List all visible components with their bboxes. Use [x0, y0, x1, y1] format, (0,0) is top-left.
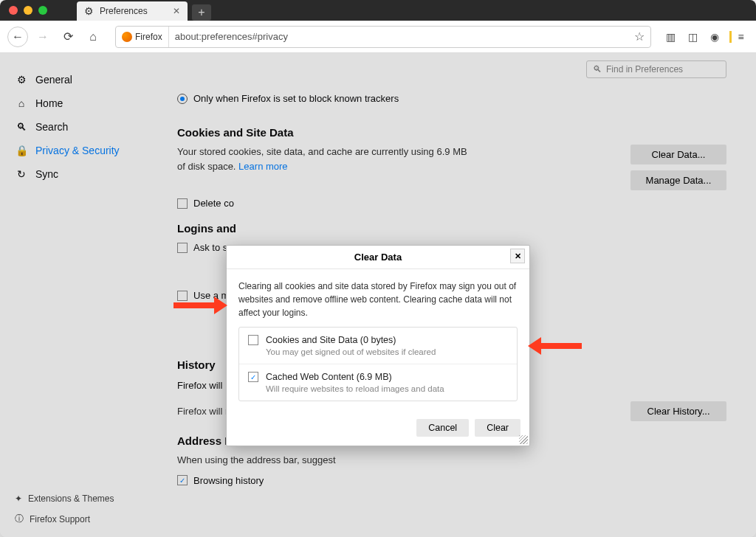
identity-badge[interactable]: Firefox — [116, 27, 169, 47]
gear-icon: ⚙ — [84, 5, 94, 17]
account-icon[interactable]: ◉ — [707, 31, 722, 43]
menu-hamburger-icon[interactable]: ≡ — [729, 31, 744, 43]
option-label: Cookies and Site Data (0 bytes) — [266, 335, 436, 345]
dialog-description: Clearing all cookies and site data store… — [238, 280, 518, 319]
cache-checkbox[interactable]: ✓ — [248, 372, 258, 382]
tab-title: Preferences — [100, 6, 148, 16]
clear-data-dialog: Clear Data ✕ Clearing all cookies and si… — [226, 245, 530, 446]
annotation-arrow-checkbox — [173, 297, 227, 314]
minimize-window-button[interactable] — [24, 6, 32, 15]
url-bar[interactable]: Firefox about:preferences#privacy ☆ — [115, 26, 651, 48]
identity-label: Firefox — [135, 32, 162, 42]
dialog-options: Cookies and Site Data (0 bytes) You may … — [238, 327, 518, 401]
back-button[interactable]: ← — [7, 27, 28, 47]
titlebar: ⚙ Preferences ✕ + — [0, 0, 756, 21]
toolbar: ← → ⟳ ⌂ Firefox about:preferences#privac… — [0, 21, 756, 53]
close-tab-icon[interactable]: ✕ — [173, 6, 180, 16]
annotation-arrow-clear — [528, 337, 582, 355]
maximize-window-button[interactable] — [38, 6, 47, 15]
firefox-icon — [122, 32, 132, 42]
home-button[interactable]: ⌂ — [83, 27, 103, 47]
toolbar-right: ▥ ◫ ◉ ≡ — [663, 31, 749, 43]
dialog-title-bar: Clear Data ✕ — [227, 246, 529, 269]
reload-button[interactable]: ⟳ — [58, 27, 78, 47]
library-icon[interactable]: ▥ — [663, 31, 678, 43]
browser-window: ⚙ Preferences ✕ + ← → ⟳ ⌂ Firefox about:… — [0, 0, 756, 537]
option-cache[interactable]: ✓ Cached Web Content (6.9 MB) Will requi… — [239, 364, 517, 401]
cancel-button[interactable]: Cancel — [416, 419, 469, 437]
tab-strip: ⚙ Preferences ✕ + — [77, 0, 211, 21]
forward-button[interactable]: → — [32, 27, 53, 47]
dialog-close-button[interactable]: ✕ — [510, 249, 525, 263]
window-controls — [0, 6, 47, 15]
clear-button[interactable]: Clear — [475, 419, 520, 437]
bookmark-star-icon[interactable]: ☆ — [628, 30, 650, 44]
close-window-button[interactable] — [9, 6, 18, 15]
cookies-checkbox[interactable] — [248, 335, 258, 345]
new-tab-button[interactable]: + — [192, 4, 211, 21]
url-text: about:preferences#privacy — [169, 31, 628, 42]
option-label: Cached Web Content (6.9 MB) — [266, 372, 444, 382]
resize-grip[interactable] — [519, 435, 528, 444]
option-cookies[interactable]: Cookies and Site Data (0 bytes) You may … — [239, 328, 517, 364]
option-sublabel: Will require websites to reload images a… — [266, 384, 444, 393]
sidebar-icon[interactable]: ◫ — [685, 31, 700, 43]
tab-preferences[interactable]: ⚙ Preferences ✕ — [77, 1, 188, 21]
dialog-title: Clear Data — [354, 252, 402, 263]
content: ⚙General ⌂Home 🔍︎Search 🔒Privacy & Secur… — [0, 53, 756, 537]
option-sublabel: You may get signed out of websites if cl… — [266, 347, 436, 356]
